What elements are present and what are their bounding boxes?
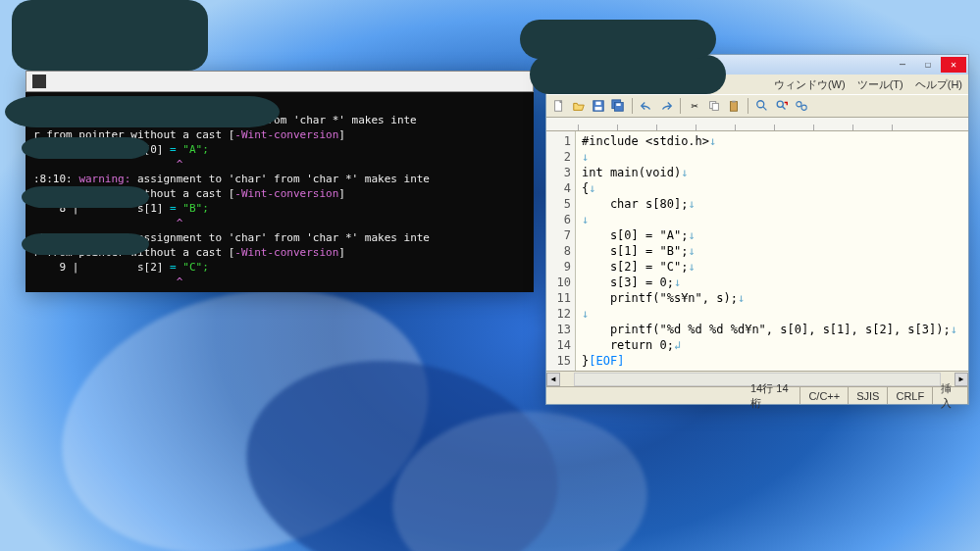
return-symbol: ↲ <box>674 338 681 352</box>
terminal-code: "C"; <box>177 261 209 274</box>
redaction-mark <box>22 137 149 159</box>
find-next-icon[interactable] <box>773 97 791 115</box>
return-symbol: ↓ <box>688 228 695 242</box>
terminal-flag: -Wint-conversion <box>234 128 338 141</box>
terminal-text: ] <box>338 246 345 259</box>
line-number: 12 <box>546 306 571 322</box>
menu-window[interactable]: ウィンドウ(W) <box>768 75 851 94</box>
terminal-flag: -Wint-conversion <box>234 187 338 200</box>
new-file-icon[interactable] <box>550 97 568 115</box>
paste-icon[interactable] <box>725 97 743 115</box>
code-line: return 0; <box>582 338 674 352</box>
svg-point-15 <box>797 102 801 107</box>
save-icon[interactable] <box>590 97 607 115</box>
open-file-icon[interactable] <box>570 97 588 115</box>
close-button[interactable]: ✕ <box>941 57 966 73</box>
editor-body: 123456789101112131415 #include <stdio.h>… <box>546 131 968 371</box>
line-number: 13 <box>546 322 571 337</box>
redo-icon[interactable] <box>657 97 675 115</box>
scroll-left-icon[interactable]: ◀ <box>546 373 560 386</box>
editor-ruler <box>546 118 968 131</box>
code-line: char s[80]; <box>582 197 688 211</box>
line-number: 9 <box>546 259 571 275</box>
redaction-mark <box>12 0 208 71</box>
line-number: 4 <box>546 180 571 196</box>
line-number: 2 <box>546 149 571 165</box>
return-symbol: ↓ <box>709 134 716 148</box>
terminal-flag: -Wint-conversion <box>234 246 338 259</box>
replace-icon[interactable] <box>793 97 810 115</box>
terminal-code: 9 | s[2] <box>33 261 170 274</box>
terminal-code: "B"; <box>177 202 209 215</box>
terminal-text: ] <box>338 128 345 141</box>
cut-icon[interactable]: ✂ <box>686 97 703 115</box>
terminal-warning-label: warning: <box>78 173 130 185</box>
return-symbol: ↓ <box>582 213 589 226</box>
maximize-button[interactable]: ☐ <box>915 57 941 73</box>
code-line: s[1] = "B"; <box>582 244 688 258</box>
menu-tool[interactable]: ツール(T) <box>851 75 909 94</box>
editor-statusbar: 14行 14桁 C/C++ SJIS CRLF 挿入 <box>546 386 968 404</box>
code-line: printf("%d %d %d %d¥n", s[0], s[1], s[2]… <box>582 323 951 336</box>
line-number: 15 <box>546 353 571 369</box>
svg-rect-6 <box>616 103 620 106</box>
status-mode: 挿入 <box>933 387 968 404</box>
return-symbol: ↓ <box>951 323 957 336</box>
svg-rect-3 <box>595 107 602 111</box>
code-line: s[3] = 0; <box>582 276 674 289</box>
code-line: s[0] = "A"; <box>582 228 688 242</box>
toolbar-separator <box>632 98 633 114</box>
terminal-caret: ^ <box>33 217 182 229</box>
return-symbol: ↓ <box>738 291 745 305</box>
svg-point-13 <box>777 101 783 107</box>
svg-point-16 <box>801 105 806 110</box>
menu-help[interactable]: ヘルプ(H) <box>909 75 968 94</box>
undo-icon[interactable] <box>638 97 655 115</box>
save-all-icon[interactable] <box>609 97 627 115</box>
svg-rect-8 <box>712 103 718 110</box>
terminal-caret: ^ <box>33 276 182 288</box>
terminal-op: = <box>170 202 177 215</box>
return-symbol: ↓ <box>688 244 695 258</box>
redaction-mark <box>530 55 726 94</box>
line-number: 1 <box>546 133 571 149</box>
line-gutter: 123456789101112131415 <box>546 131 576 371</box>
terminal-op: = <box>170 261 177 274</box>
code-line: printf("%s¥n", s); <box>582 291 738 305</box>
code-line: int main(void) <box>582 166 681 179</box>
code-area[interactable]: #include <stdio.h>↓ ↓ int main(void)↓ {↓… <box>576 131 968 371</box>
terminal-titlebar[interactable] <box>26 71 534 92</box>
redaction-mark <box>22 233 149 255</box>
status-encoding: SJIS <box>849 387 888 404</box>
editor-window: ─ ☐ ✕ ウィンドウ(W) ツール(T) ヘルプ(H) ✂ 123456789… <box>545 54 969 405</box>
svg-point-11 <box>757 101 764 108</box>
terminal-text: assignment to 'char' from 'char *' makes… <box>130 173 430 185</box>
code-line: #include <stdio.h> <box>582 134 709 148</box>
toolbar-separator <box>748 98 748 114</box>
status-position: 14行 14桁 <box>743 387 800 404</box>
svg-line-12 <box>763 107 767 111</box>
terminal-text: ] <box>338 187 345 200</box>
svg-rect-9 <box>731 102 738 112</box>
line-number: 11 <box>546 290 571 306</box>
redaction-mark <box>22 186 149 208</box>
toolbar-separator <box>680 98 681 114</box>
redaction-mark <box>520 20 716 59</box>
terminal-icon <box>32 75 46 88</box>
return-symbol: ↓ <box>688 197 695 211</box>
return-symbol: ↓ <box>582 150 589 164</box>
copy-icon[interactable] <box>705 97 723 115</box>
editor-toolbar: ✂ <box>546 94 968 118</box>
terminal-code: "A"; <box>177 143 209 156</box>
find-icon[interactable] <box>753 97 771 115</box>
return-symbol: ↓ <box>674 276 681 289</box>
return-symbol: ↓ <box>681 166 688 179</box>
svg-line-14 <box>782 106 785 109</box>
line-number: 6 <box>546 212 571 227</box>
return-symbol: ↓ <box>589 181 595 195</box>
terminal-op: = <box>170 143 177 156</box>
line-number: 7 <box>546 227 571 243</box>
minimize-button[interactable]: ─ <box>890 57 915 73</box>
eof-marker: [EOF] <box>589 354 624 368</box>
terminal-loc: :8:10: <box>33 173 73 185</box>
